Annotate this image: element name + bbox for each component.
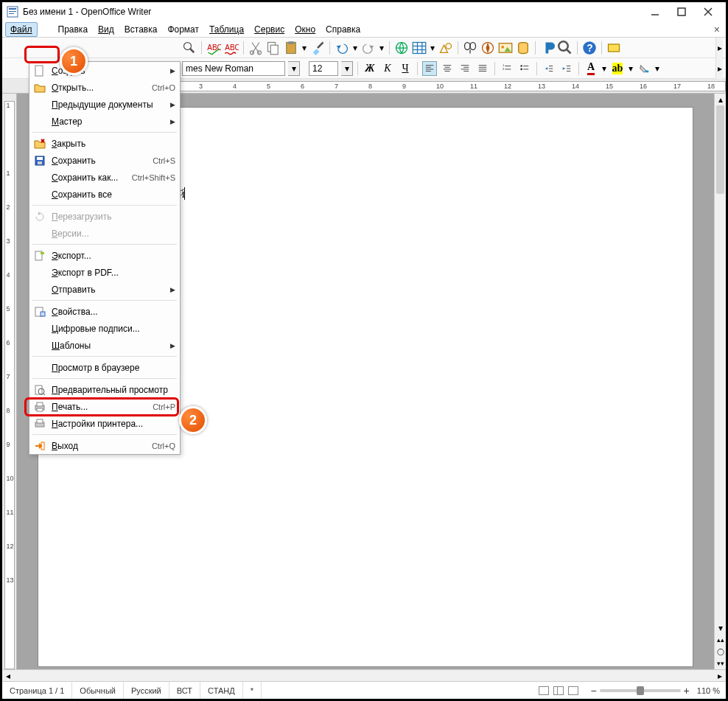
decrease-indent-button[interactable]: [542, 61, 556, 76]
extra-icon[interactable]: [606, 41, 621, 55]
menu-help[interactable]: Справка: [321, 23, 365, 36]
view-multi-icon[interactable]: [553, 686, 564, 695]
gallery-icon[interactable]: [498, 41, 513, 55]
font-size-drop-icon[interactable]: ▾: [341, 61, 353, 76]
italic-button[interactable]: К: [380, 61, 395, 76]
show-draw-icon[interactable]: [438, 41, 453, 55]
prev-page-icon[interactable]: ▴▴: [715, 634, 726, 646]
status-insert[interactable]: ВСТ: [169, 682, 200, 699]
file-menu-item-25[interactable]: Настройки принтера...: [29, 415, 180, 432]
zoom-out-button[interactable]: −: [590, 685, 596, 697]
vertical-scrollbar[interactable]: ▴ ▾ ▴▴ ◯ ▾▾: [714, 94, 726, 669]
menu-view[interactable]: Вид: [94, 23, 119, 36]
zoom-page-icon[interactable]: [182, 41, 197, 55]
redo-icon[interactable]: [361, 41, 376, 55]
scroll-right-icon[interactable]: ▸: [714, 670, 726, 681]
menu-insert[interactable]: Вставка: [120, 23, 162, 36]
scrollbar-thumb[interactable]: [716, 105, 724, 194]
file-menu-item-5[interactable]: Закрыть: [29, 135, 180, 152]
file-menu-item-24[interactable]: Печать...Ctrl+P: [29, 398, 180, 415]
font-color-drop-icon[interactable]: ▾: [601, 63, 607, 74]
zoom-in-button[interactable]: +: [684, 685, 690, 697]
menu-window[interactable]: Окно: [290, 23, 320, 36]
file-menu-item-18[interactable]: Цифровые подписи...: [29, 320, 180, 337]
menu-tools[interactable]: Сервис: [250, 23, 289, 36]
maximize-button[interactable]: [668, 4, 695, 20]
file-menu-item-19[interactable]: Шаблоны▶: [29, 337, 180, 354]
paste-drop-icon[interactable]: ▾: [301, 43, 307, 53]
zoom-value[interactable]: 110 %: [697, 686, 720, 695]
numbered-list-button[interactable]: 12: [500, 61, 514, 76]
paste-icon[interactable]: [284, 41, 298, 55]
font-name-drop-icon[interactable]: ▾: [288, 61, 300, 76]
menu-file[interactable]: Файл: [5, 22, 38, 37]
cut-icon[interactable]: [248, 41, 263, 55]
font-color-button[interactable]: A: [584, 61, 598, 76]
file-menu-item-3[interactable]: Мастер▶: [29, 113, 180, 130]
file-menu-item-7[interactable]: Сохранить как...Ctrl+Shift+S: [29, 169, 180, 186]
align-left-button[interactable]: [422, 61, 437, 76]
file-menu-item-1[interactable]: Открыть...Ctrl+O: [29, 79, 180, 96]
copy-icon[interactable]: [266, 41, 281, 55]
paintbrush-icon[interactable]: [310, 41, 325, 55]
close-window-button[interactable]: [695, 4, 721, 20]
file-menu-item-2[interactable]: Предыдущие документы▶: [29, 96, 180, 113]
scroll-down-icon[interactable]: ▾: [715, 622, 726, 634]
align-center-button[interactable]: [440, 61, 455, 76]
help-icon[interactable]: ?: [582, 41, 597, 55]
redo-drop-icon[interactable]: ▾: [379, 43, 385, 53]
navigator-icon[interactable]: [480, 41, 495, 55]
status-lang[interactable]: Русский: [124, 682, 169, 699]
zoom-slider[interactable]: [600, 689, 681, 692]
format-more-icon[interactable]: ▸: [715, 58, 723, 79]
highlight-drop-icon[interactable]: ▾: [628, 63, 634, 74]
status-mode[interactable]: СТАНД: [200, 682, 243, 699]
bg-color-button[interactable]: [637, 61, 651, 76]
vertical-ruler[interactable]: 112345678910111213: [2, 94, 17, 669]
file-menu-item-21[interactable]: Просмотр в браузере: [29, 359, 180, 376]
highlight-button[interactable]: ab: [610, 61, 625, 76]
zoom-icon[interactable]: [558, 41, 573, 55]
scroll-up-icon[interactable]: ▴: [715, 94, 726, 105]
view-single-icon[interactable]: [539, 686, 549, 695]
view-book-icon[interactable]: [568, 686, 578, 695]
nav-circle-icon[interactable]: ◯: [715, 646, 726, 658]
nonprinting-icon[interactable]: [540, 41, 555, 55]
font-size-combo[interactable]: 12: [309, 61, 338, 76]
align-justify-button[interactable]: [475, 61, 490, 76]
bullet-list-button[interactable]: [517, 61, 532, 76]
file-menu-item-0[interactable]: Создать▶: [29, 62, 180, 79]
autospell-icon[interactable]: ABC: [224, 41, 239, 55]
file-menu-item-23[interactable]: Предварительный просмотр: [29, 381, 180, 398]
close-document-button[interactable]: ×: [711, 24, 723, 35]
bg-color-drop-icon[interactable]: ▾: [654, 63, 660, 74]
underline-button[interactable]: Ч: [398, 61, 413, 76]
menu-edit[interactable]: Правка: [54, 23, 93, 36]
minimize-button[interactable]: [642, 4, 668, 20]
file-menu-item-14[interactable]: Экспорт в PDF...: [29, 264, 180, 281]
table-icon[interactable]: [412, 41, 427, 55]
next-page-icon[interactable]: ▾▾: [715, 658, 726, 669]
file-menu-item-17[interactable]: Свойства...: [29, 303, 180, 320]
file-menu-item-15[interactable]: Отправить▶: [29, 281, 180, 298]
increase-indent-button[interactable]: [559, 61, 574, 76]
scroll-left-icon[interactable]: ◂: [2, 670, 14, 681]
align-right-button[interactable]: [458, 61, 472, 76]
font-name-combo[interactable]: mes New Roman: [182, 61, 285, 76]
table-drop-icon[interactable]: ▾: [430, 43, 435, 53]
spellcheck-icon[interactable]: ABC: [206, 41, 221, 55]
hyperlink-icon[interactable]: [394, 41, 409, 55]
file-menu-item-13[interactable]: Экспорт...: [29, 247, 180, 264]
find-icon[interactable]: [463, 41, 477, 55]
file-menu-item-6[interactable]: СохранитьCtrl+S: [29, 152, 180, 169]
undo-icon[interactable]: [335, 41, 349, 55]
datasource-icon[interactable]: [516, 41, 531, 55]
bold-button[interactable]: Ж: [363, 61, 377, 76]
file-menu-item-8[interactable]: Сохранить все: [29, 186, 180, 203]
menu-table[interactable]: Таблица: [205, 23, 248, 36]
status-style[interactable]: Обычный: [72, 682, 124, 699]
toolbar-more-icon[interactable]: ▸: [715, 38, 723, 58]
undo-drop-icon[interactable]: ▾: [352, 43, 358, 53]
menu-format[interactable]: Формат: [163, 23, 203, 36]
file-menu-item-27[interactable]: ВыходCtrl+Q: [29, 437, 180, 454]
